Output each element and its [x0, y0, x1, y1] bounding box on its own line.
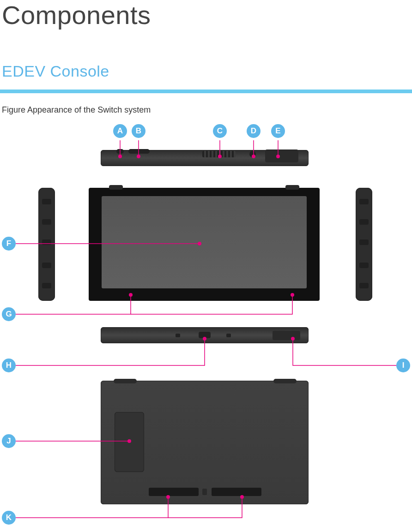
callout-c: C [213, 124, 227, 138]
callout-j: J [2, 434, 16, 448]
callout-k: K [2, 511, 16, 525]
page-title: Components [2, 0, 412, 30]
figure: A B C D E F [0, 124, 412, 526]
callout-f: F [2, 237, 16, 251]
callout-d: D [247, 124, 261, 138]
callout-g: G [2, 307, 16, 321]
callout-e: E [271, 124, 285, 138]
divider [0, 90, 412, 93]
callout-a: A [113, 124, 127, 138]
callout-h: H [2, 359, 16, 372]
figure-caption: Figure Appearance of the Switch system [2, 105, 412, 115]
section-title: EDEV Console [2, 62, 412, 80]
callout-i: I [396, 359, 410, 372]
callout-b: B [132, 124, 145, 138]
